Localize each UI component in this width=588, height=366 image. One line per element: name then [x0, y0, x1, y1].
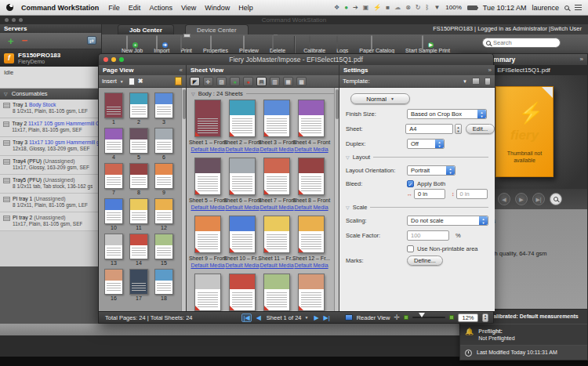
login-status[interactable]: FS150PRO183 | Logged in as Administrator…: [433, 25, 582, 32]
toolbar-calibrate[interactable]: Calibrate: [298, 34, 331, 53]
non-printable-checkbox[interactable]: [407, 245, 414, 252]
sheet-media-link[interactable]: Default Media: [260, 146, 293, 153]
copy-icon[interactable]: ▣: [363, 4, 369, 11]
tray-item[interactable]: Tray 2 11x17 105 gsm Hammermill C11x17, …: [0, 118, 101, 137]
list-view-icon[interactable]: ▦: [283, 77, 293, 86]
page-thumbnail[interactable]: [104, 198, 123, 224]
tray-item[interactable]: PI tray 2 (Unassigned)11x17, Plain, 81-1…: [0, 212, 101, 231]
menu-user[interactable]: laurence: [532, 4, 559, 12]
share-icon[interactable]: ➔: [353, 4, 358, 11]
page-view-scrollbar[interactable]: [181, 88, 186, 311]
tray-item[interactable]: Tray 3 11x17 130 gsm Hammermill g12x18, …: [0, 137, 101, 156]
sheet-thumbnail[interactable]: [194, 158, 221, 195]
preflight-alert[interactable]: 🔔 Preflight: Not Preflighted: [460, 324, 587, 346]
tray-item[interactable]: PI tray 1 (Unassigned)8 1/2x11, Plain, 8…: [0, 194, 101, 212]
sheet-media-link[interactable]: Default Media: [294, 262, 328, 269]
sheet-media-link[interactable]: Default Media: [191, 204, 224, 211]
toolbar-properties[interactable]: Properties: [198, 34, 234, 53]
collapse-settings-icon[interactable]: »: [488, 65, 492, 75]
insert-button[interactable]: Insert: [102, 78, 117, 85]
page-thumbnail[interactable]: [104, 269, 123, 295]
search-input[interactable]: [493, 39, 556, 46]
page-thumbnail[interactable]: [104, 163, 123, 189]
next-sheet-button[interactable]: ▶: [314, 314, 318, 321]
sheet-view-scrollbar[interactable]: [334, 88, 339, 311]
toolbar-delete[interactable]: Delete: [264, 34, 291, 53]
sheet-thumbnail[interactable]: [263, 274, 290, 311]
sheet-group-header[interactable]: ▽ Body : 24 Sheets: [187, 88, 339, 98]
sheet-media-link[interactable]: Default Media: [225, 204, 259, 211]
add-server-button[interactable]: +: [8, 36, 14, 46]
zoom-in-icon[interactable]: [449, 315, 454, 320]
sheet-media-link[interactable]: Default Media: [191, 262, 224, 269]
page-thumbnail[interactable]: [129, 234, 148, 259]
tray-media-link[interactable]: 11x17 130 gsm Hammermill g: [29, 140, 100, 145]
menu-file[interactable]: File: [108, 4, 120, 12]
toolbar-preview[interactable]: Preview: [234, 34, 264, 53]
server-item[interactable]: f FS150PRO183 FieryDemo: [0, 49, 101, 67]
sync-icon[interactable]: ↻: [416, 4, 421, 11]
apply-both-checkbox[interactable]: ✓: [407, 180, 414, 187]
apple-icon[interactable]: [6, 4, 13, 11]
preset-dropdown[interactable]: Normal▼: [350, 93, 410, 104]
new-page-icon[interactable]: [129, 78, 135, 85]
bleed-horizontal-field[interactable]: 0 in: [414, 189, 445, 199]
sheet-media-link[interactable]: Default Media: [294, 204, 328, 211]
status-green-icon[interactable]: ●: [344, 4, 348, 11]
menu-edit[interactable]: Edit: [129, 4, 141, 12]
page-thumbnail[interactable]: [129, 128, 148, 154]
tab-paper-icon[interactable]: [175, 77, 182, 85]
page-thumbnail[interactable]: [154, 92, 173, 118]
page-thumbnail[interactable]: [129, 163, 148, 189]
sheet-position-dropdown-icon[interactable]: ▼: [304, 315, 308, 320]
scale-section[interactable]: ▽ Scale: [339, 204, 495, 211]
remove-server-button[interactable]: −: [22, 37, 28, 45]
toolbar-new-job[interactable]: +New Job: [116, 34, 148, 53]
page-thumbnail[interactable]: [129, 269, 148, 295]
duplex-select[interactable]: Off▲▼: [407, 139, 445, 149]
layout-section[interactable]: ▽ Layout: [339, 154, 495, 161]
notification-center-icon[interactable]: [575, 5, 582, 10]
tray-media-link[interactable]: Body Stock: [29, 102, 56, 107]
menu-window[interactable]: Window: [205, 4, 230, 12]
sheet-thumbnail[interactable]: [298, 158, 325, 195]
menu-clock[interactable]: Tue 10:12 AM: [483, 4, 527, 12]
menu-view[interactable]: View: [181, 4, 196, 12]
tray-media-link[interactable]: 11x17 105 gsm Hammermill C: [28, 121, 100, 126]
toolbar-logs[interactable]: Logs: [331, 34, 354, 53]
wifi-icon[interactable]: ▼: [434, 4, 440, 11]
page-thumbnail[interactable]: [104, 234, 123, 259]
add-pin-icon[interactable]: ●: [230, 77, 240, 86]
cloud-icon[interactable]: ☁: [394, 4, 401, 11]
sheet-media-link[interactable]: Default Media: [260, 204, 293, 211]
template-dropdown-icon[interactable]: ▼: [463, 79, 467, 84]
sheet-thumbnail[interactable]: [298, 274, 325, 311]
collapse-page-view-icon[interactable]: «: [180, 65, 183, 75]
consumables-header[interactable]: ▽ Consumables: [0, 89, 101, 100]
tray-item[interactable]: Tray4 (PFU) (Unassigned)11x17, Glossy, 1…: [0, 156, 101, 175]
flash-icon[interactable]: ⚡: [373, 4, 381, 11]
define-marks-button[interactable]: Define...: [407, 255, 443, 266]
orientation-select[interactable]: Portrait▲▼: [407, 165, 456, 176]
delete-template-icon[interactable]: [485, 78, 491, 85]
first-sheet-button[interactable]: |◀: [241, 313, 251, 322]
sheet-size-field[interactable]: A4: [405, 124, 453, 134]
sheet-thumbnail[interactable]: [229, 274, 256, 311]
remove-pin-icon[interactable]: ●: [243, 77, 253, 86]
connect-server-icon[interactable]: ⇄: [87, 36, 96, 45]
toolbar-paper-catalog[interactable]: Paper Catalog: [354, 34, 400, 53]
page-thumbnail[interactable]: [154, 198, 173, 224]
dropbox-icon[interactable]: ❖: [334, 4, 339, 11]
sheet-thumbnail[interactable]: [298, 216, 325, 253]
menu-app-name[interactable]: Command WorkStation: [21, 4, 99, 12]
page-thumbnail[interactable]: [154, 269, 173, 295]
zoom-out-icon[interactable]: [404, 315, 408, 320]
folder-icon[interactable]: ■: [386, 4, 390, 11]
tab-device-center[interactable]: Device Center: [185, 24, 249, 34]
save-template-icon[interactable]: [472, 78, 480, 85]
spread-view-icon[interactable]: ▥: [270, 77, 280, 86]
prev-sheet-button[interactable]: ◀: [256, 314, 261, 321]
page-thumbnail[interactable]: [129, 92, 148, 118]
single-page-view-icon[interactable]: ▤: [256, 77, 267, 86]
measure-tool-icon[interactable]: ▨: [216, 77, 227, 86]
